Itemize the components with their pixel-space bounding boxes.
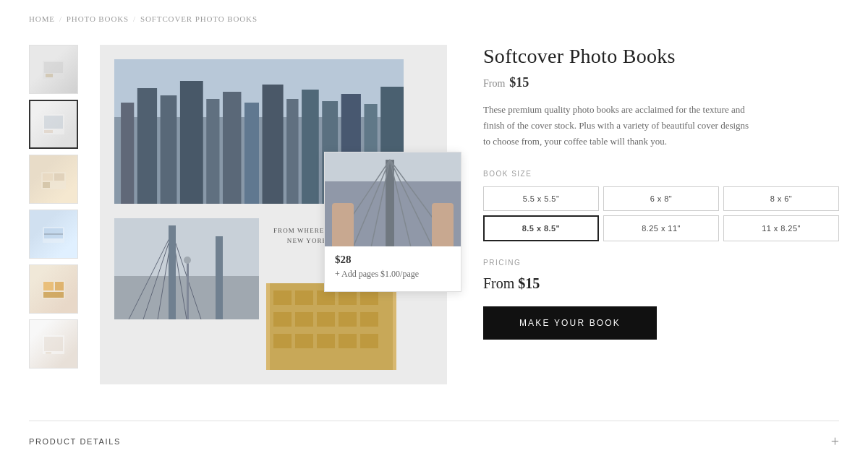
svg-rect-16 bbox=[43, 292, 64, 298]
svg-rect-24 bbox=[161, 95, 177, 204]
accordion-section: PRODUCT DETAILS + PRODUCTION + SHIPPING … bbox=[29, 421, 839, 461]
breadcrumb-sep-1: / bbox=[59, 14, 62, 23]
breadcrumb: HOME / PHOTO BOOKS / SOFTCOVER PHOTO BOO… bbox=[29, 14, 839, 23]
tooltip-price: $28 bbox=[325, 246, 461, 269]
main-layout: FROM WHERE I STAND NEW YORK, NY bbox=[29, 45, 839, 384]
svg-rect-46 bbox=[187, 262, 189, 319]
svg-rect-19 bbox=[46, 353, 51, 353]
accordion-product-details-header[interactable]: PRODUCT DETAILS + bbox=[29, 421, 839, 461]
svg-rect-51 bbox=[295, 290, 313, 305]
svg-rect-60 bbox=[273, 334, 292, 348]
thumbnail-3[interactable] bbox=[29, 155, 78, 204]
svg-rect-18 bbox=[44, 337, 63, 351]
breadcrumb-current: SOFTCOVER PHOTO BOOKS bbox=[140, 14, 258, 23]
svg-rect-30 bbox=[286, 99, 298, 204]
svg-rect-23 bbox=[137, 88, 157, 204]
svg-rect-2 bbox=[46, 74, 53, 77]
svg-rect-63 bbox=[339, 334, 357, 348]
svg-rect-14 bbox=[43, 282, 54, 290]
svg-rect-57 bbox=[317, 312, 335, 327]
pricing-from: From $15 bbox=[483, 275, 839, 292]
product-title: Softcover Photo Books bbox=[483, 45, 839, 68]
tooltip-add-pages: + Add pages $1.00/page bbox=[325, 269, 461, 280]
size-btn-8.5x8.5[interactable]: 8.5 x 8.5" bbox=[483, 215, 599, 241]
accordion-product-details: PRODUCT DETAILS + bbox=[29, 421, 839, 461]
svg-rect-45 bbox=[216, 236, 223, 319]
from-price: From $15 bbox=[483, 75, 839, 90]
svg-rect-28 bbox=[244, 103, 259, 204]
pricing-section: PRICING From $15 bbox=[483, 259, 839, 292]
from-label: From bbox=[483, 78, 505, 90]
svg-rect-5 bbox=[44, 130, 53, 133]
thumbnail-list bbox=[29, 45, 78, 369]
svg-rect-58 bbox=[339, 312, 357, 327]
accordion-product-details-label: PRODUCT DETAILS bbox=[29, 437, 121, 446]
svg-rect-1 bbox=[44, 62, 63, 73]
svg-rect-56 bbox=[295, 312, 313, 327]
size-btn-5x5[interactable]: 5.5 x 5.5" bbox=[483, 186, 599, 211]
size-btn-8.25x11[interactable]: 8.25 x 11" bbox=[603, 215, 719, 241]
thumbnail-5[interactable] bbox=[29, 264, 78, 314]
price-amount: $15 bbox=[509, 75, 529, 90]
size-grid: 5.5 x 5.5" 6 x 8" 8 x 6" 8.5 x 8.5" 8.25… bbox=[483, 186, 839, 241]
hand-left bbox=[332, 203, 354, 246]
building-image bbox=[266, 283, 396, 370]
svg-rect-22 bbox=[121, 103, 134, 204]
svg-rect-31 bbox=[302, 90, 319, 204]
svg-rect-15 bbox=[55, 282, 64, 290]
book-size-label: BOOK SIZE bbox=[483, 170, 839, 178]
right-panel: Softcover Photo Books From $15 These pre… bbox=[469, 45, 839, 340]
breadcrumb-home[interactable]: HOME bbox=[29, 14, 55, 23]
svg-rect-55 bbox=[273, 312, 292, 327]
svg-rect-25 bbox=[180, 81, 203, 204]
svg-rect-26 bbox=[206, 99, 219, 204]
size-btn-11x8.25[interactable]: 11 x 8.25" bbox=[723, 215, 839, 241]
svg-rect-9 bbox=[43, 182, 50, 188]
thumbnail-6[interactable] bbox=[29, 319, 78, 369]
svg-rect-53 bbox=[339, 290, 357, 305]
svg-rect-52 bbox=[317, 290, 335, 305]
bridge-image bbox=[114, 218, 259, 319]
product-description: These premium quality photo books are ac… bbox=[483, 102, 751, 150]
thumbnail-2[interactable] bbox=[29, 100, 78, 149]
hand-right bbox=[432, 203, 454, 246]
svg-rect-4 bbox=[44, 116, 63, 129]
tooltip-popup: $28 + Add pages $1.00/page bbox=[324, 152, 461, 292]
make-book-button[interactable]: MAKE YOUR BOOK bbox=[483, 306, 657, 340]
thumbnail-1[interactable] bbox=[29, 45, 78, 94]
svg-rect-64 bbox=[360, 334, 378, 348]
svg-rect-44 bbox=[169, 225, 176, 319]
svg-rect-27 bbox=[223, 92, 241, 204]
main-image-area: FROM WHERE I STAND NEW YORK, NY bbox=[100, 45, 447, 384]
size-btn-6x8[interactable]: 6 x 8" bbox=[603, 186, 719, 211]
breadcrumb-photo-books[interactable]: PHOTO BOOKS bbox=[67, 14, 129, 23]
svg-point-47 bbox=[184, 257, 191, 264]
accordion-product-details-icon: + bbox=[831, 434, 839, 449]
svg-rect-61 bbox=[295, 334, 313, 348]
svg-rect-8 bbox=[54, 173, 64, 181]
page-wrapper: HOME / PHOTO BOOKS / SOFTCOVER PHOTO BOO… bbox=[0, 0, 868, 461]
pricing-label: PRICING bbox=[483, 259, 839, 267]
svg-rect-7 bbox=[43, 173, 53, 181]
svg-rect-29 bbox=[263, 85, 284, 204]
svg-rect-62 bbox=[317, 334, 335, 348]
svg-rect-54 bbox=[360, 290, 378, 305]
breadcrumb-sep-2: / bbox=[133, 14, 136, 23]
size-btn-8x6[interactable]: 8 x 6" bbox=[723, 186, 839, 211]
svg-rect-59 bbox=[360, 312, 378, 327]
tooltip-image bbox=[325, 152, 461, 246]
svg-rect-50 bbox=[273, 290, 292, 305]
thumbnail-4[interactable] bbox=[29, 210, 78, 259]
